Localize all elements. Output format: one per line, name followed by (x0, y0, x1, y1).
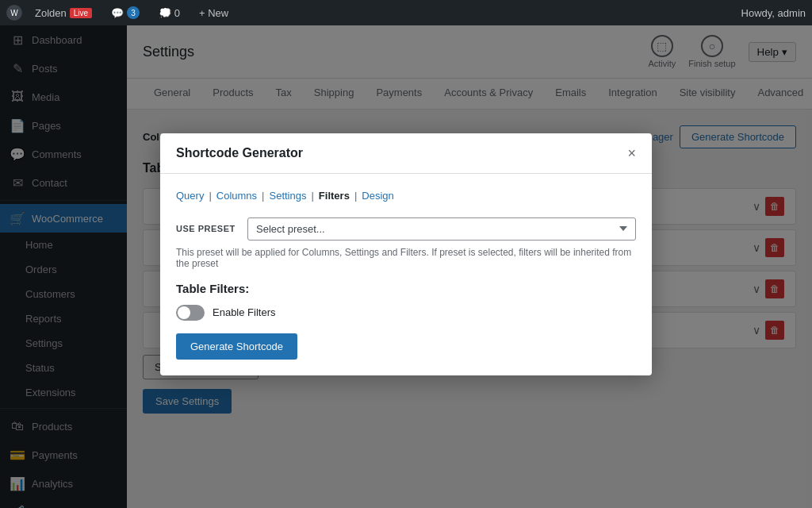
modal-overlay[interactable]: Shortcode Generator × Query | Columns | … (0, 0, 812, 508)
preset-select[interactable]: Select preset... (247, 217, 636, 241)
table-filters-title: Table Filters: (176, 282, 636, 295)
enable-filters-label: Enable Filters (213, 306, 275, 318)
toggle-slider (176, 305, 205, 321)
use-preset-row: USE PRESET Select preset... (176, 217, 636, 241)
preset-hint: This preset will be applied for Columns,… (176, 247, 636, 269)
enable-filters-row: Enable Filters (176, 305, 636, 321)
modal-close-button[interactable]: × (627, 146, 636, 160)
new-button[interactable]: + New (193, 7, 235, 19)
modal-header: Shortcode Generator × (160, 133, 652, 174)
use-preset-label: USE PRESET (176, 224, 239, 233)
live-badge: Live (70, 8, 92, 18)
modal-tab-settings[interactable]: Settings (269, 190, 306, 202)
modal-tabs: Query | Columns | Settings | Filters | D… (176, 190, 636, 202)
comments-link[interactable]: 💬 3 (105, 6, 146, 19)
modal-tab-design[interactable]: Design (362, 190, 393, 202)
comment-icon[interactable]: 💭 0 (152, 7, 186, 19)
generate-shortcode-submit-button[interactable]: Generate Shortcode (176, 333, 297, 360)
wp-logo[interactable]: W (6, 5, 22, 21)
enable-filters-toggle[interactable] (176, 305, 205, 321)
shortcode-generator-modal: Shortcode Generator × Query | Columns | … (160, 133, 652, 375)
modal-tab-query[interactable]: Query (176, 190, 204, 202)
site-name[interactable]: Zolden Live (29, 7, 98, 19)
admin-bar: W Zolden Live 💬 3 💭 0 + New Howdy, admin (0, 0, 812, 25)
modal-tab-columns[interactable]: Columns (216, 190, 257, 202)
modal-tab-filters[interactable]: Filters (319, 190, 350, 202)
modal-body: Query | Columns | Settings | Filters | D… (160, 174, 652, 375)
user-greeting: Howdy, admin (741, 7, 806, 19)
modal-title: Shortcode Generator (176, 146, 303, 160)
